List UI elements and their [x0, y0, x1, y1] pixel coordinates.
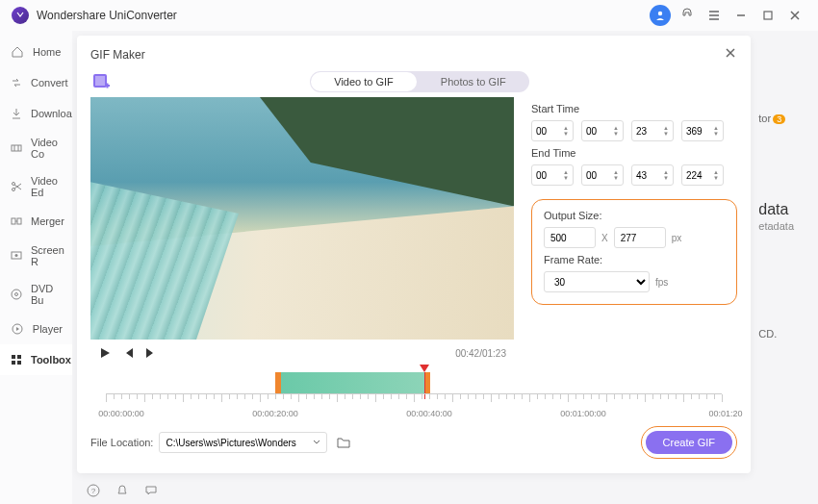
timeline-label: 00:01:00:00 [560, 409, 606, 418]
timecode: 00:42/01:23 [455, 348, 506, 359]
play-button[interactable] [98, 346, 112, 360]
merge-icon [10, 214, 23, 229]
sidebar-item-label: Downloa [31, 108, 72, 119]
browse-folder-button[interactable] [333, 432, 354, 453]
home-icon [10, 44, 25, 60]
svg-rect-13 [17, 355, 21, 359]
sidebar-item-label: DVD Bu [31, 283, 63, 306]
timeline-label: 00:01:20 [708, 409, 742, 418]
compress-icon [10, 140, 23, 156]
sidebar-item-convert[interactable]: Convert [0, 67, 72, 98]
file-location-label: File Location: [90, 437, 153, 448]
end-hours-input[interactable]: 00▲▼ [531, 164, 574, 186]
support-icon[interactable] [676, 4, 699, 27]
svg-point-9 [12, 290, 21, 299]
timeline-label: 00:00:00:00 [98, 409, 144, 418]
sidebar-item-dvd[interactable]: DVD Bu [0, 275, 72, 314]
dvd-icon [10, 287, 23, 302]
maximize-button[interactable] [756, 4, 780, 27]
svg-rect-14 [12, 361, 15, 365]
video-preview[interactable] [90, 97, 514, 340]
output-settings-box: Output Size: X px Frame Rate: 30 fps [531, 199, 737, 305]
sidebar-item-label: Video Co [31, 137, 63, 160]
folder-icon [336, 435, 351, 450]
record-icon [10, 248, 23, 264]
svg-rect-12 [12, 355, 15, 359]
sidebar-item-screen-record[interactable]: Screen R [0, 237, 72, 275]
svg-rect-5 [12, 218, 15, 224]
timeline-label: 00:00:40:00 [406, 409, 452, 418]
end-ms-input[interactable]: 224▲▼ [681, 164, 724, 186]
output-size-label: Output Size: [544, 210, 725, 221]
svg-point-8 [15, 254, 18, 257]
start-time-label: Start Time [531, 103, 737, 114]
selection-range[interactable] [278, 372, 427, 393]
output-height-input[interactable] [614, 227, 666, 248]
sidebar-item-label: Toolbox [31, 354, 71, 365]
playback-controls: 00:42/01:23 [90, 340, 514, 366]
minimize-button[interactable] [729, 4, 753, 27]
badge: 3 [773, 114, 785, 124]
sidebar-item-label: Merger [31, 215, 64, 227]
sidebar-item-home[interactable]: Home [0, 37, 72, 67]
content-area: tor3 data etadata CD. GIF Maker Video to… [72, 31, 818, 504]
sidebar-item-merger[interactable]: Merger [0, 206, 72, 237]
range-handle-left[interactable] [275, 372, 281, 393]
start-seconds-input[interactable]: 23▲▼ [631, 120, 674, 141]
sidebar-item-label: Video Ed [31, 175, 63, 198]
timeline-label: 00:00:20:00 [252, 409, 298, 418]
end-minutes-input[interactable]: 00▲▼ [581, 164, 624, 186]
sidebar-item-label: Player [33, 323, 63, 335]
modal-title: GIF Maker [90, 48, 145, 62]
gif-maker-modal: GIF Maker Video to GIF Photos to GIF [77, 36, 751, 473]
frame-rate-select[interactable]: 30 [544, 271, 650, 292]
create-gif-button[interactable]: Create GIF [646, 431, 732, 454]
start-hours-input[interactable]: 00▲▼ [531, 120, 574, 141]
svg-rect-15 [17, 361, 21, 365]
app-title: Wondershare UniConverter [37, 9, 177, 22]
svg-text:?: ? [91, 487, 96, 495]
sidebar-item-video-compress[interactable]: Video Co [0, 129, 72, 167]
mode-tabs: Video to GIF Photos to GIF [310, 71, 528, 92]
svg-point-10 [15, 293, 18, 296]
sidebar-item-label: Home [33, 46, 61, 58]
account-icon[interactable] [649, 4, 672, 27]
svg-rect-17 [95, 76, 105, 86]
bell-icon[interactable] [115, 483, 130, 498]
tab-video-to-gif[interactable]: Video to GIF [311, 72, 417, 91]
help-icon[interactable]: ? [86, 483, 101, 498]
sidebar: Home Convert Downloa Video Co Video Ed M… [0, 31, 72, 504]
convert-icon [10, 75, 23, 90]
grid-icon [10, 352, 23, 367]
menu-icon[interactable] [703, 4, 726, 27]
file-location-select[interactable]: C:\Users\ws\Pictures\Wonders [159, 432, 327, 453]
scissors-icon [10, 179, 23, 194]
sidebar-item-label: Convert [31, 77, 68, 88]
end-seconds-input[interactable]: 43▲▼ [631, 164, 674, 186]
next-frame-button[interactable] [144, 346, 158, 360]
sidebar-item-label: Screen R [31, 244, 64, 267]
ruler [106, 393, 722, 407]
feedback-icon[interactable] [143, 483, 159, 498]
titlebar: Wondershare UniConverter [0, 0, 818, 31]
tab-photos-to-gif[interactable]: Photos to GIF [418, 71, 529, 92]
sidebar-item-player[interactable]: Player [0, 314, 72, 344]
background-panel: tor3 data etadata CD. [758, 113, 794, 340]
sidebar-item-download[interactable]: Downloa [0, 98, 72, 129]
add-file-icon[interactable] [90, 71, 112, 92]
prev-frame-button[interactable] [121, 346, 135, 360]
start-minutes-input[interactable]: 00▲▼ [581, 120, 624, 141]
sidebar-item-toolbox[interactable]: Toolbox [0, 344, 72, 375]
download-icon [10, 106, 23, 121]
output-width-input[interactable] [544, 227, 596, 248]
settings-panel: Start Time 00▲▼ 00▲▼ 23▲▼ 369▲▼ End Time… [514, 97, 737, 366]
sidebar-item-video-edit[interactable]: Video Ed [0, 167, 72, 206]
timeline[interactable]: 00:00:00:00 00:00:20:00 00:00:40:00 00:0… [90, 372, 737, 418]
app-logo [12, 7, 29, 24]
start-ms-input[interactable]: 369▲▼ [681, 120, 724, 141]
close-icon[interactable] [724, 46, 737, 63]
end-time-label: End Time [531, 147, 737, 159]
play-icon [10, 321, 25, 337]
close-button[interactable] [783, 4, 806, 27]
svg-point-0 [658, 12, 662, 15]
